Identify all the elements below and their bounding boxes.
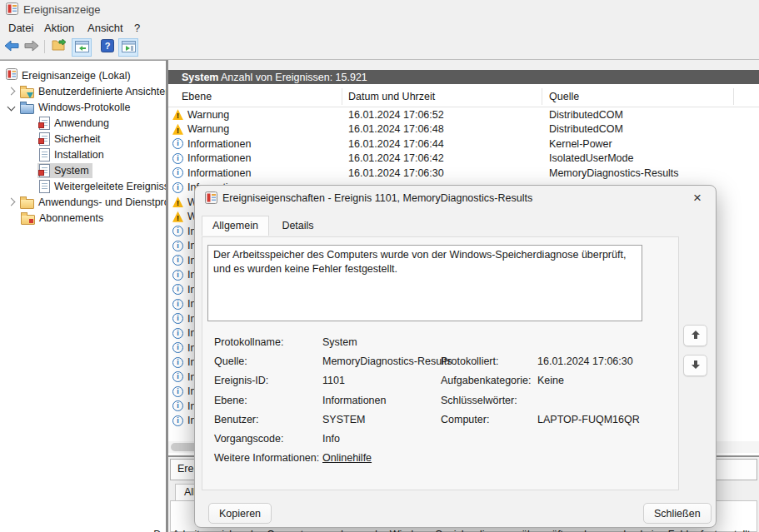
log-icon	[39, 148, 50, 162]
log-icon	[39, 117, 50, 130]
console-tree-toggle-button[interactable]	[72, 38, 92, 57]
tree-item-label: Sicherheit	[54, 133, 101, 145]
field-label: Ebene:	[214, 395, 322, 406]
tab-details[interactable]: Details	[272, 216, 323, 236]
table-row[interactable]: Warnung 16.01.2024 17:06:48 DistributedC…	[168, 122, 759, 137]
info-icon	[172, 386, 183, 397]
warning-icon	[172, 124, 183, 135]
menu-hilfe[interactable]: ?	[134, 22, 140, 34]
menu-ansicht[interactable]: Ansicht	[87, 22, 123, 34]
general-tab-page: Der Arbeitsspeicher des Computers wurde …	[202, 236, 679, 490]
event-level: Warnung	[187, 109, 229, 121]
tree-item-label: Windows-Protokolle	[38, 102, 130, 113]
field-value-protokollname: System	[322, 336, 441, 348]
menu-datei[interactable]: Datei	[8, 22, 33, 34]
warning-icon	[172, 196, 183, 207]
column-header-quelle[interactable]: Quelle	[549, 91, 579, 102]
arrow-down-icon	[691, 360, 701, 372]
event-fields: Protokollname: System Quelle: MemoryDiag…	[214, 332, 640, 468]
menu-bar: Datei Aktion Ansicht ?	[0, 18, 759, 37]
event-level: Informationen	[187, 167, 251, 179]
kopieren-button[interactable]: Kopieren	[208, 503, 272, 524]
field-label: Aufgabenkategorie:	[441, 375, 537, 386]
event-source: DistributedCOM	[549, 109, 623, 121]
log-name: System	[182, 72, 218, 83]
tree-item-label: Benutzerdefinierte Ansichten	[38, 86, 166, 97]
open-folder-icon	[52, 39, 67, 54]
subscriptions-icon	[21, 215, 35, 225]
info-icon	[172, 255, 183, 266]
dialog-titlebar[interactable]: Ereigniseigenschaften - Ereignis 1101, M…	[195, 186, 716, 211]
event-description-box[interactable]: Der Arbeitsspeicher des Computers wurde …	[207, 245, 642, 321]
info-icon	[172, 284, 183, 295]
tree-item-label: System	[54, 165, 89, 177]
next-event-button[interactable]	[683, 355, 707, 376]
tree-item-installation[interactable]: Installation	[39, 147, 104, 162]
info-icon	[172, 400, 183, 411]
tree-item-anwendungs-und-dienstprotokolle[interactable]: Anwendungs- und Dienstpro	[8, 194, 166, 210]
tree-item-benutzerdefinierte-ansichten[interactable]: Benutzerdefinierte Ansichten	[8, 83, 166, 99]
action-pane-toggle-button[interactable]	[118, 38, 138, 57]
column-header-datum[interactable]: Datum und Uhrzeit	[348, 91, 435, 102]
open-saved-log-button[interactable]	[50, 38, 68, 55]
column-separator[interactable]	[342, 88, 342, 105]
selected-highlight: System	[37, 163, 92, 178]
column-separator[interactable]	[733, 88, 734, 105]
help-icon: ?	[101, 39, 114, 55]
dialog-title: Ereigniseigenschaften - Ereignis 1101, M…	[222, 192, 532, 204]
schliessen-button[interactable]: Schließen	[643, 503, 712, 524]
event-viewer-window: Ereignisanzeige Datei Aktion Ansicht ? ?	[0, 0, 759, 532]
tree-item-system[interactable]: System	[37, 162, 92, 178]
tree-item-abonnements[interactable]: Abonnements	[21, 210, 103, 226]
info-icon	[172, 415, 183, 426]
field-label: Protokolliert:	[441, 355, 537, 367]
column-separator[interactable]	[542, 88, 542, 105]
field-label: Quelle:	[214, 355, 322, 367]
previous-event-button[interactable]	[683, 325, 707, 346]
event-level: Warnung	[187, 123, 229, 135]
log-icon	[39, 132, 50, 146]
field-label: Weitere Informationen:	[214, 452, 322, 464]
table-row[interactable]: Informationen 16.01.2024 17:06:44 Kernel…	[168, 137, 759, 152]
table-row[interactable]: Informationen 16.01.2024 17:06:30 Memory…	[168, 166, 759, 181]
event-datetime: 16.01.2024 17:06:48	[348, 123, 444, 135]
tree-item-anwendung[interactable]: Anwendung	[39, 115, 109, 131]
help-button[interactable]: ?	[98, 38, 117, 55]
tree-item-label: Anwendungs- und Dienstpro	[38, 196, 166, 208]
chevron-right-icon[interactable]	[7, 87, 16, 96]
field-label: Computer:	[441, 414, 537, 425]
tab-allgemein[interactable]: Allgemein	[202, 216, 269, 236]
info-icon	[172, 138, 183, 149]
event-count: Anzahl von Ereignissen: 15.921	[221, 72, 367, 83]
table-row[interactable]: Warnung 16.01.2024 17:06:52 DistributedC…	[168, 107, 759, 122]
forward-button[interactable]	[22, 38, 41, 55]
field-value-quelle: MemoryDiagnostics-Results	[322, 355, 441, 367]
menu-aktion[interactable]: Aktion	[44, 22, 74, 34]
event-source: DistributedCOM	[549, 123, 623, 135]
column-header-ebene[interactable]: Ebene	[182, 91, 212, 102]
back-arrow-icon	[4, 40, 19, 54]
tree-item-sicherheit[interactable]: Sicherheit	[39, 131, 101, 147]
field-value-benutzer: SYSTEM	[322, 414, 441, 425]
console-tree: Ereignisanzeige (Lokal) Benutzerdefinier…	[0, 60, 166, 532]
table-header: Ebene Datum und Uhrzeit Quelle	[168, 87, 759, 107]
chevron-down-icon[interactable]	[7, 103, 16, 112]
field-value-protokolliert: 16.01.2024 17:06:30	[537, 355, 640, 367]
info-icon	[172, 342, 183, 353]
tree-item-label: Anwendung	[54, 117, 109, 129]
back-button[interactable]	[2, 38, 21, 55]
event-source: IsolatedUserMode	[549, 152, 633, 164]
tree-root-ereignisanzeige[interactable]: Ereignisanzeige (Lokal)	[6, 67, 131, 83]
toolbar-separator	[44, 40, 45, 53]
log-header-bar: System Anzahl von Ereignissen: 15.921	[168, 70, 759, 84]
onlinehilfe-link[interactable]: Onlinehilfe	[322, 452, 441, 464]
tree-item-weitergeleitete-ereignisse[interactable]: Weitergeleitete Ereignisse	[39, 178, 166, 194]
tree-item-windows-protokolle[interactable]: Windows-Protokolle	[8, 99, 130, 115]
table-row[interactable]: Informationen 16.01.2024 17:06:42 Isolat…	[168, 152, 759, 167]
tree-item-label: Abonnements	[39, 212, 103, 224]
close-icon[interactable]: ×	[687, 189, 707, 207]
action-pane-icon	[122, 41, 136, 55]
chevron-right-icon[interactable]	[7, 198, 16, 206]
field-value-vorgangscode: Info	[322, 433, 441, 445]
info-icon	[172, 313, 183, 324]
